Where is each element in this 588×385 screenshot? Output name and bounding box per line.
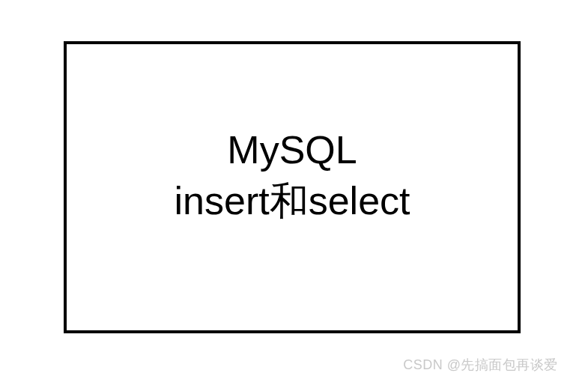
- watermark-text: CSDN @先搞面包再谈爱: [403, 356, 558, 374]
- content-wrapper: MySQL insert和select: [175, 125, 410, 226]
- content-frame: MySQL insert和select: [64, 41, 521, 333]
- title-line-2: insert和select: [175, 176, 410, 227]
- title-line-1: MySQL: [175, 125, 410, 176]
